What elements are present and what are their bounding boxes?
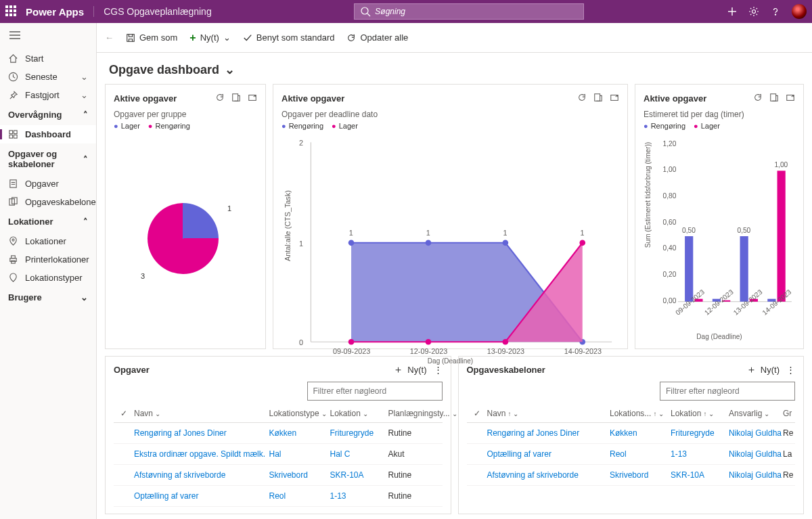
col-name[interactable]: Navn↑ ⌄ bbox=[487, 409, 610, 418]
view-records-icon[interactable] bbox=[593, 93, 603, 104]
select-all-checkbox[interactable]: ✓ bbox=[467, 409, 487, 418]
select-all-checkbox[interactable]: ✓ bbox=[114, 409, 134, 418]
new-button[interactable]: ＋Ny(t) bbox=[746, 363, 780, 376]
row-location[interactable]: SKR-10A bbox=[330, 470, 388, 480]
refresh-icon[interactable] bbox=[577, 93, 587, 104]
row-location[interactable]: SKR-10A bbox=[671, 470, 729, 480]
nav-templates[interactable]: Opgaveskabeloner bbox=[0, 193, 96, 211]
row-name[interactable]: Ekstra ordinær opgave. Spildt mælk. bbox=[134, 449, 269, 459]
nav-start[interactable]: Start bbox=[0, 49, 96, 68]
nav-recent[interactable]: Seneste ⌄ bbox=[0, 68, 96, 86]
row-loctype[interactable]: Reol bbox=[610, 449, 671, 459]
expand-icon[interactable] bbox=[786, 93, 795, 104]
page-title[interactable]: Opgave dashboard ⌄ bbox=[97, 53, 812, 84]
nav-loctypes[interactable]: Lokationstyper bbox=[0, 269, 96, 287]
search-input[interactable]: Søgning bbox=[354, 3, 584, 20]
svg-rect-65 bbox=[777, 171, 786, 301]
table-row[interactable]: Afstøvning af skrivebordeSkrivebordSKR-1… bbox=[114, 465, 443, 486]
view-records-icon[interactable] bbox=[769, 93, 779, 104]
row-location[interactable]: 1-13 bbox=[671, 449, 729, 459]
table-row[interactable]: Rengøring af Jones DinerKøkkenFrituregry… bbox=[467, 423, 796, 444]
svg-rect-12 bbox=[9, 135, 13, 138]
svg-rect-24 bbox=[595, 94, 600, 101]
table-row[interactable]: Rengøring af Jones DinerKøkkenFrituregry… bbox=[114, 423, 443, 444]
col-location[interactable]: Lokation↑ ⌄ bbox=[671, 409, 729, 418]
row-loctype[interactable]: Køkken bbox=[610, 428, 671, 438]
nav-group-users[interactable]: Brugere ⌄ bbox=[0, 287, 96, 308]
nav-group-locations[interactable]: Lokationer ˄ bbox=[0, 211, 96, 232]
row-location[interactable]: Frituregryde bbox=[330, 428, 388, 438]
svg-rect-62 bbox=[740, 236, 748, 302]
table-row[interactable]: Ekstra ordinær opgave. Spildt mælk.HalHa… bbox=[114, 444, 443, 465]
filter-input[interactable] bbox=[307, 382, 443, 401]
filter-input[interactable] bbox=[660, 382, 795, 401]
bar-chart[interactable]: 1,20 1,00 0,80 0,60 0,40 0,20 0,00 bbox=[644, 135, 795, 333]
refresh-all-button[interactable]: Opdater alle bbox=[346, 32, 408, 43]
svg-text:1: 1 bbox=[503, 229, 508, 237]
use-default-button[interactable]: Benyt som standard bbox=[243, 32, 335, 43]
col-loctype[interactable]: Lokations...↑ ⌄ bbox=[610, 409, 671, 418]
row-name[interactable]: Afstøvning af skriveborde bbox=[487, 470, 610, 480]
col-gruppe[interactable]: Gr bbox=[783, 409, 795, 418]
nav-locations[interactable]: Lokationer bbox=[0, 232, 96, 250]
nav-group-tasks[interactable]: Opgaver og skabeloner ˄ bbox=[0, 143, 96, 175]
col-loctype[interactable]: Lokationstype⌄ bbox=[269, 409, 330, 418]
home-icon bbox=[8, 53, 18, 64]
nav-collapse-button[interactable] bbox=[0, 23, 96, 49]
save-as-button[interactable]: Gem som bbox=[126, 32, 177, 43]
more-icon[interactable]: ⋮ bbox=[786, 365, 795, 375]
row-loctype[interactable]: Køkken bbox=[269, 428, 330, 438]
dashboard-icon bbox=[8, 129, 18, 139]
command-bar: ← Gem som + Ny(t) ⌄ Benyt som standard O… bbox=[97, 23, 812, 53]
nav-dashboard[interactable]: Dashboard bbox=[0, 125, 96, 143]
nav-printerloc[interactable]: Printerlokationer bbox=[0, 250, 96, 269]
row-name[interactable]: Rengøring af Jones Diner bbox=[487, 428, 610, 438]
add-icon[interactable] bbox=[727, 6, 738, 17]
nav-group-monitoring[interactable]: Overvågning ˄ bbox=[0, 104, 96, 125]
legend-item: Rengøring bbox=[281, 122, 323, 130]
row-name[interactable]: Rengøring af Jones Diner bbox=[134, 428, 269, 438]
help-icon[interactable] bbox=[770, 6, 781, 17]
col-location[interactable]: Lokation⌄ bbox=[330, 409, 388, 418]
new-button[interactable]: ＋Ny(t) bbox=[393, 363, 426, 376]
location-icon bbox=[8, 236, 18, 246]
table-row[interactable]: Optælling af varerReol1-13Rutine bbox=[114, 486, 443, 507]
area-chart[interactable]: 2 1 0 bbox=[281, 135, 619, 357]
table-row[interactable]: Afstøvning af skrivebordeSkrivebordSKR-1… bbox=[467, 465, 796, 486]
data-label: 3 bbox=[141, 272, 145, 280]
row-loctype[interactable]: Hal bbox=[269, 449, 330, 459]
svg-rect-48 bbox=[771, 94, 776, 101]
col-name[interactable]: Navn⌄ bbox=[134, 409, 269, 418]
row-ansvarlig[interactable]: Nikolaj Guldha bbox=[729, 428, 783, 438]
row-location[interactable]: 1-13 bbox=[330, 491, 388, 501]
row-location[interactable]: Frituregryde bbox=[671, 428, 729, 438]
row-loctype[interactable]: Skrivebord bbox=[610, 470, 671, 480]
sidebar: Start Seneste ⌄ Fastgjort ⌄ Overvågning … bbox=[0, 23, 97, 519]
app-launcher-icon[interactable] bbox=[5, 5, 18, 18]
back-button[interactable]: ← bbox=[105, 32, 114, 43]
view-records-icon[interactable] bbox=[231, 93, 241, 104]
col-ansvarlig[interactable]: Ansvarlig⌄ bbox=[729, 409, 783, 418]
new-button[interactable]: + Ny(t) ⌄ bbox=[189, 32, 231, 44]
row-name[interactable]: Optælling af varer bbox=[487, 449, 610, 459]
row-ansvarlig[interactable]: Nikolaj Guldha bbox=[729, 470, 783, 480]
more-icon[interactable]: ⋮ bbox=[434, 365, 443, 375]
row-loctype[interactable]: Reol bbox=[269, 491, 330, 501]
nav-pinned[interactable]: Fastgjort ⌄ bbox=[0, 86, 96, 104]
row-location[interactable]: Hal C bbox=[330, 449, 388, 459]
refresh-icon[interactable] bbox=[215, 93, 225, 104]
nav-tasks[interactable]: Opgaver bbox=[0, 175, 96, 193]
row-name[interactable]: Optælling af varer bbox=[134, 491, 269, 501]
expand-icon[interactable] bbox=[248, 93, 257, 104]
refresh-icon[interactable] bbox=[753, 93, 763, 104]
row-name[interactable]: Afstøvning af skriveborde bbox=[134, 470, 269, 480]
gear-icon[interactable] bbox=[748, 6, 759, 17]
col-plan[interactable]: Planlægningsty...⌄ bbox=[388, 409, 443, 418]
pie-chart[interactable]: 1 3 bbox=[114, 135, 257, 340]
avatar[interactable] bbox=[792, 4, 807, 19]
expand-icon[interactable] bbox=[610, 93, 619, 104]
row-loctype[interactable]: Skrivebord bbox=[269, 470, 330, 480]
card-area: Aktive opgaver Opgaver per deadline dato… bbox=[273, 84, 628, 349]
table-row[interactable]: Optælling af varerReol1-13Nikolaj Guldha… bbox=[467, 444, 796, 465]
row-ansvarlig[interactable]: Nikolaj Guldha bbox=[729, 449, 783, 459]
